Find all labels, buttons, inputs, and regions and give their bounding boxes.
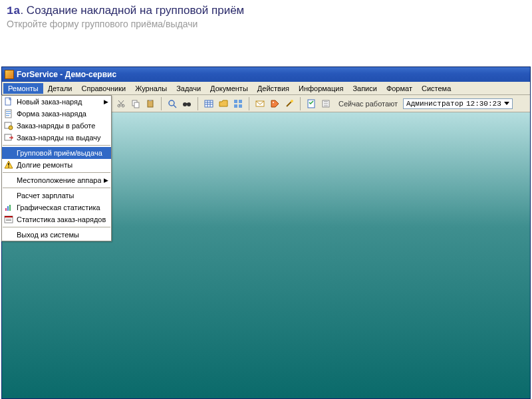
orders-out-icon	[3, 132, 14, 143]
menu-subitem[interactable]: Местоположение аппаратов▶	[2, 174, 111, 186]
slide-step-title: 1a. Создание накладной на групповой приё…	[7, 4, 525, 17]
none-icon	[3, 190, 14, 201]
svg-point-26	[9, 126, 13, 130]
svg-rect-10	[205, 100, 213, 107]
menu-subitem[interactable]: Форма заказ-наряда	[2, 108, 111, 120]
toolbar-separator	[161, 97, 162, 110]
window-title: ForService - Демо-сервис	[17, 70, 116, 79]
menu-subitem[interactable]: Статистика заказ-нарядов	[2, 213, 111, 225]
step-number: 1a	[7, 5, 20, 17]
menu-separator	[3, 227, 110, 227]
svg-rect-5	[149, 100, 152, 101]
menu-subitem[interactable]: Новый заказ-наряд▶	[2, 96, 111, 108]
status-time: 12:30:23	[466, 100, 501, 108]
find-icon[interactable]	[166, 98, 178, 110]
menu-subitem[interactable]: Групповой приём/выдача	[2, 147, 111, 159]
menu-separator	[3, 145, 110, 146]
svg-rect-11	[234, 100, 237, 103]
status-user: Администратор	[406, 100, 464, 108]
menu-item[interactable]: Записи	[348, 83, 382, 94]
warning-icon	[3, 160, 14, 170]
svg-rect-12	[239, 100, 242, 103]
svg-rect-36	[6, 220, 11, 221]
app-icon	[5, 70, 14, 79]
svg-rect-35	[6, 219, 11, 219]
copy-icon[interactable]	[130, 98, 142, 110]
menu-subitem-label: Долгие ремонты	[17, 161, 108, 169]
chart-icon	[3, 202, 14, 213]
none-icon	[3, 229, 14, 240]
menu-subitem[interactable]: Расчет зарплаты	[2, 190, 111, 201]
wand-icon[interactable]	[283, 98, 295, 110]
menu-dropdown-remonty: Новый заказ-наряд▶Форма заказ-нарядаЗака…	[1, 95, 112, 241]
none-icon	[3, 148, 14, 158]
toolbar-separator	[300, 97, 301, 110]
menu-item[interactable]: Действия	[253, 83, 294, 94]
toolbar-separator	[249, 97, 249, 110]
step-title-text: Создание накладной на групповой приём	[27, 4, 244, 17]
svg-rect-34	[5, 216, 13, 217]
titlebar[interactable]: ForService - Демо-сервис	[2, 67, 530, 82]
task-icon[interactable]	[305, 98, 317, 110]
status-user-box[interactable]: Администратор12:30:23	[403, 98, 513, 109]
menu-item[interactable]: Документы	[205, 83, 253, 94]
mail-icon[interactable]	[254, 98, 266, 110]
none-icon	[3, 175, 14, 186]
menu-subitem[interactable]: Заказ-наряды на выдачу	[2, 132, 111, 144]
svg-rect-32	[9, 205, 11, 211]
status-label: Сейчас работают	[338, 100, 398, 108]
menu-item[interactable]: Система	[417, 83, 456, 94]
menu-subitem-label: Заказ-наряды на выдачу	[17, 134, 108, 142]
slide-subtitle: Откройте форму группового приёма/выдачи	[7, 19, 525, 29]
menu-subitem-label: Групповой приём/выдача	[17, 149, 108, 157]
menu-subitem[interactable]: Выход из системы	[2, 229, 111, 241]
menu-subitem-label: Новый заказ-наряд	[17, 98, 101, 106]
menubar: РемонтыДеталиСправочникиЖурналыЗадачиДок…	[2, 82, 530, 95]
submenu-arrow-icon: ▶	[104, 177, 108, 184]
toolbar-separator	[198, 97, 198, 110]
menu-subitem[interactable]: Долгие ремонты	[2, 159, 111, 171]
table-icon[interactable]	[203, 98, 215, 110]
scissors-icon[interactable]	[115, 98, 127, 110]
svg-rect-29	[8, 166, 9, 167]
menu-item[interactable]: Ремонты	[3, 83, 43, 94]
svg-point-17	[291, 100, 293, 102]
submenu-arrow-icon: ▶	[104, 98, 108, 105]
svg-rect-22	[6, 111, 11, 112]
menu-item[interactable]: Журналы	[130, 83, 172, 94]
menu-item[interactable]: Формат	[382, 83, 417, 94]
menu-subitem-label: Графическая статистика	[17, 203, 108, 211]
paste-icon[interactable]	[144, 98, 156, 110]
views-icon[interactable]	[232, 98, 244, 110]
svg-rect-31	[7, 206, 9, 211]
list-icon[interactable]	[320, 98, 332, 110]
svg-rect-9	[185, 103, 189, 104]
svg-point-16	[273, 102, 274, 103]
svg-rect-30	[5, 208, 7, 211]
binoculars-icon[interactable]	[181, 98, 193, 110]
menu-item[interactable]: Детали	[43, 83, 77, 94]
svg-rect-23	[6, 113, 11, 114]
svg-rect-24	[6, 115, 9, 116]
form-doc-icon	[3, 108, 14, 119]
svg-rect-4	[148, 100, 153, 107]
svg-point-6	[169, 100, 174, 106]
menu-subitem-label: Выход из системы	[17, 231, 108, 239]
menu-subitem[interactable]: Графическая статистика	[2, 201, 111, 213]
menu-item[interactable]: Справочники	[76, 83, 130, 94]
svg-rect-13	[234, 104, 237, 108]
menu-subitem-label: Заказ-наряды в работе	[17, 122, 108, 130]
new-doc-icon	[3, 96, 14, 107]
menu-item[interactable]: Информация	[294, 83, 348, 94]
menu-subitem-label: Статистика заказ-нарядов	[17, 215, 108, 223]
dropdown-arrow-icon	[504, 102, 509, 105]
menu-subitem-label: Расчет зарплаты	[17, 192, 108, 200]
menu-subitem-label: Форма заказ-наряда	[17, 110, 108, 118]
stats-icon	[3, 214, 14, 225]
menu-item[interactable]: Задачи	[172, 83, 205, 94]
folder-icon[interactable]	[217, 98, 229, 110]
tag-icon[interactable]	[269, 98, 281, 110]
menu-subitem[interactable]: Заказ-наряды в работе	[2, 120, 111, 132]
orders-work-icon	[3, 120, 14, 131]
svg-rect-28	[8, 163, 9, 166]
